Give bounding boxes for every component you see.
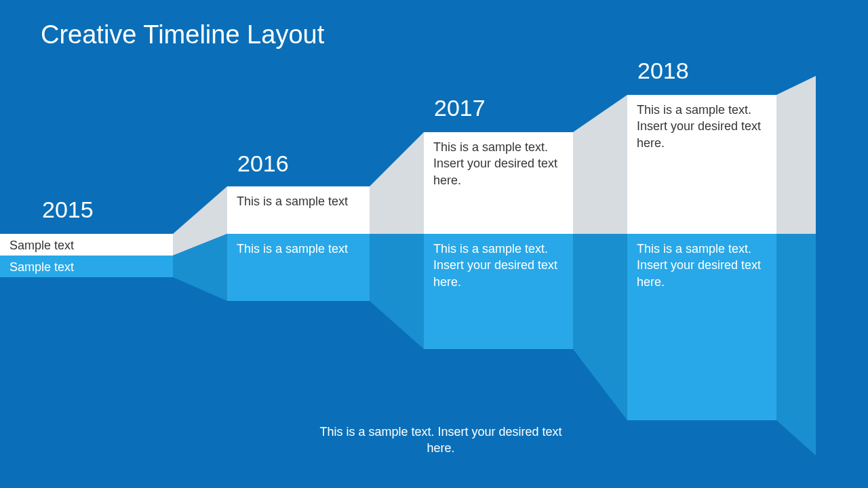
- edge-shadow-4: [776, 76, 817, 455]
- year-label: 2018: [637, 58, 689, 84]
- svg-marker-3: [370, 234, 424, 349]
- step-top-box: Sample text: [0, 234, 173, 256]
- step-top-box: This is a sample text. Insert your desir…: [424, 132, 573, 234]
- step-bottom-box: This is a sample text: [227, 234, 370, 301]
- step-top-box: This is a sample text. Insert your desir…: [627, 95, 776, 234]
- step-bottom-box: This is a sample text. Insert your desir…: [627, 234, 776, 420]
- svg-marker-7: [776, 234, 816, 455]
- svg-marker-4: [573, 95, 627, 234]
- connector-2-3: [370, 132, 425, 349]
- step-top-box: This is a sample text: [227, 186, 370, 234]
- year-label: 2017: [434, 95, 486, 121]
- slide-title: Creative Timeline Layout: [41, 20, 324, 49]
- svg-marker-5: [573, 234, 627, 420]
- step-bottom-box: This is a sample text. Insert your desir…: [424, 234, 573, 349]
- slide-caption: This is a sample text. Insert your desir…: [319, 424, 563, 457]
- svg-marker-2: [370, 132, 424, 234]
- connector-3-4: [573, 95, 629, 420]
- svg-marker-6: [776, 76, 816, 234]
- connector-1-2: [173, 186, 229, 301]
- year-label: 2016: [237, 150, 289, 177]
- step-bottom-box: Sample text: [0, 256, 173, 277]
- year-label: 2015: [42, 197, 94, 223]
